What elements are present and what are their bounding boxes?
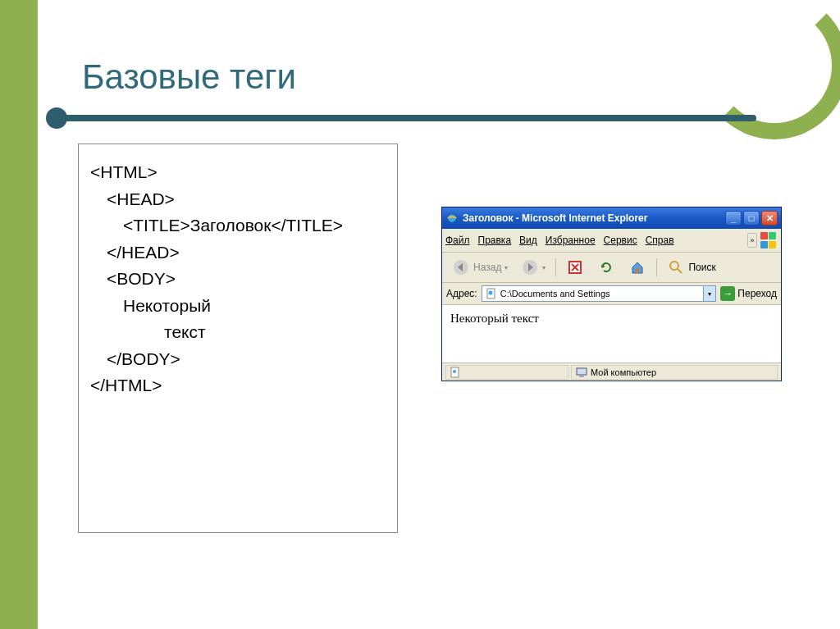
code-line: <HEAD> [107,186,386,213]
refresh-button[interactable] [592,256,620,279]
code-line: </HTML> [90,372,386,399]
svg-rect-10 [577,368,587,375]
svg-rect-4 [636,268,639,273]
windows-flag-icon [760,231,778,249]
menu-favorites[interactable]: Избранное [546,235,596,246]
minimize-button[interactable]: _ [725,211,742,226]
document-icon [486,288,497,299]
code-line: текст [164,319,386,346]
stop-icon [566,258,584,276]
refresh-icon [597,258,615,276]
page-content: Некоторый текст [442,305,781,362]
svg-point-5 [670,262,678,270]
menu-help[interactable]: Справ [646,235,674,246]
menu-overflow-chevron-icon[interactable]: » [747,233,757,248]
go-label: Переход [737,288,777,299]
decorative-left-stripe [0,0,38,629]
toolbar-separator-2 [656,258,657,276]
status-done-icon [450,367,462,378]
search-icon [667,258,685,276]
code-line: </HEAD> [107,239,386,267]
search-button[interactable]: Поиск [662,256,720,279]
menu-view[interactable]: Вид [519,235,537,246]
status-zone-text: Мой компьютер [591,367,656,377]
code-line: <HTML> [90,159,386,186]
go-arrow-icon: → [720,286,735,301]
code-line: <TITLE>Заголовок</TITLE> [123,212,386,239]
close-button[interactable]: ✕ [761,211,778,226]
menu-file-label: Файл [445,235,470,246]
address-label: Адрес: [446,288,477,299]
toolbar-separator [555,258,556,276]
forward-dropdown-icon: ▾ [542,264,546,271]
go-button[interactable]: → Переход [720,286,777,301]
navigation-toolbar: Назад ▾ ▾ [442,253,781,283]
forward-arrow-icon [521,258,539,276]
home-icon [628,258,646,276]
menu-edit-label: Правка [478,235,512,246]
svg-point-7 [488,291,492,295]
window-titlebar[interactable]: Заголовок - Microsoft Internet Explorer … [442,207,781,229]
code-line: </BODY> [107,346,386,373]
stop-button[interactable] [561,256,589,279]
window-title-text: Заголовок - Microsoft Internet Explorer [463,212,725,224]
menu-tools[interactable]: Сервис [604,235,637,246]
code-line: <BODY> [107,266,386,293]
address-input[interactable]: C:\Documents and Settings ▾ [482,285,717,302]
my-computer-icon [576,367,587,378]
menu-file[interactable]: Файл [445,235,470,246]
ie-browser-window: Заголовок - Microsoft Internet Explorer … [441,207,782,381]
status-zone-cell: Мой компьютер [571,365,778,380]
menu-bar: Файл Правка Вид Избранное Сервис Справ » [442,229,781,253]
status-bar: Мой компьютер [442,362,781,381]
menu-help-label: Справ [646,235,674,246]
title-underline [51,115,756,121]
ie-app-icon [445,212,459,225]
address-dropdown-icon[interactable]: ▾ [703,286,715,301]
menu-view-label: Вид [519,235,537,246]
status-done-cell [445,365,568,380]
back-label: Назад [473,262,501,273]
page-body-text: Некоторый текст [450,312,539,325]
search-label: Поиск [688,262,715,273]
svg-rect-11 [579,376,584,377]
menu-edit[interactable]: Правка [478,235,512,246]
back-dropdown-icon: ▾ [504,264,508,271]
slide-title: Базовые теги [82,57,296,97]
svg-point-9 [453,370,456,373]
code-line: Некоторый [123,293,386,320]
code-example-box: <HTML><HEAD><TITLE>Заголовок</TITLE></HE… [78,144,398,533]
menu-tools-label: Сервис [604,235,637,246]
menu-favorites-label: Избранное [546,235,596,246]
maximize-button[interactable]: □ [743,211,760,226]
back-arrow-icon [452,258,470,276]
address-value: C:\Documents and Settings [500,289,704,299]
address-bar: Адрес: C:\Documents and Settings ▾ → Пер… [442,283,781,305]
forward-button[interactable]: ▾ [516,256,550,279]
home-button[interactable] [623,256,651,279]
back-button[interactable]: Назад ▾ [447,256,513,279]
